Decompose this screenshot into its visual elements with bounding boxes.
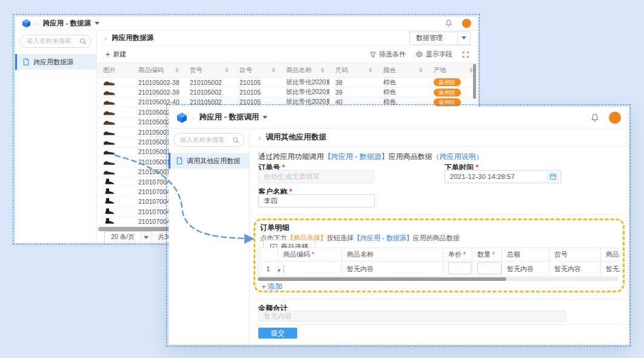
item-no-cell: 暂无内容	[549, 262, 601, 277]
section-divider	[258, 324, 622, 325]
source-titlebar: › 跨应用 - 数据源	[15, 16, 478, 30]
quantity-input[interactable]	[477, 262, 501, 274]
search-icon[interactable]	[79, 38, 87, 45]
app-switcher-caret-icon[interactable]	[95, 22, 99, 25]
intro-pre: 通过跨应用功能调用	[258, 152, 324, 161]
app-title[interactable]: 跨应用 - 数据源	[43, 19, 91, 28]
fullscreen-icon[interactable]	[462, 51, 469, 58]
sort-icon[interactable]	[369, 67, 372, 73]
sidebar-search-input[interactable]: 输入名称来搜索	[173, 133, 244, 147]
source-app-link[interactable]: 【跨应用 - 数据源】	[354, 234, 413, 241]
product-image	[103, 197, 115, 204]
user-avatar[interactable]	[462, 19, 471, 28]
row-index: 1	[258, 262, 278, 277]
product-image	[103, 108, 115, 115]
sort-icon[interactable]	[175, 67, 179, 73]
page-size-label: 20 条/页	[105, 233, 141, 241]
detail-horizontal-scrollbar[interactable]	[258, 277, 619, 281]
view-select-dropdown[interactable]: 数据管理	[409, 32, 471, 45]
sidebar-item-label: 跨应用数据源	[33, 58, 73, 67]
document-icon	[176, 157, 183, 164]
page-title: 调用其他应用数据	[266, 132, 326, 143]
call-titlebar: › 跨应用 - 数据调用	[169, 107, 629, 129]
scrollbar-thumb[interactable]	[258, 277, 506, 281]
call-app-window: › 跨应用 - 数据调用 输入名称来搜索 调用其他应用数据 调用其他应用数据	[169, 107, 629, 345]
column-header: 图片	[97, 63, 132, 78]
detail-column-header: 数量 *	[472, 248, 502, 262]
product-image	[103, 187, 115, 195]
detail-column-header: 商品名称	[342, 248, 443, 262]
sidebar-search-input[interactable]: 输入名称来搜索	[20, 35, 92, 48]
table-row[interactable]: 210105002-38210105002210105班比帝伦2020夏季真皮.…	[97, 78, 478, 87]
source-sidebar: 输入名称来搜索 跨应用数据源	[15, 30, 97, 243]
plus-icon	[106, 50, 110, 58]
sort-icon[interactable]	[321, 67, 324, 73]
bell-icon[interactable]	[590, 113, 600, 123]
back-icon[interactable]	[258, 133, 261, 141]
order-no-input[interactable]: 自动生成无需填写	[258, 170, 375, 183]
app-title[interactable]: 跨应用 - 数据调用	[200, 112, 260, 123]
search-icon[interactable]	[232, 137, 240, 144]
column-header[interactable]: 款号	[233, 63, 280, 78]
detail-column-header: 总额	[502, 248, 549, 262]
add-row-button[interactable]: 添加	[261, 282, 283, 292]
submit-button[interactable]: 提交	[258, 328, 297, 339]
detail-column-header: 商品图片	[601, 248, 620, 262]
back-icon[interactable]	[104, 34, 107, 42]
column-header[interactable]: 颜色	[377, 63, 428, 78]
product-image	[103, 217, 115, 225]
product-code-select[interactable]	[283, 265, 284, 273]
origin-badge: 泉州区	[434, 98, 461, 106]
cross-app-doc-link[interactable]: （跨应用说明）	[432, 152, 483, 161]
column-header[interactable]: 货号	[184, 63, 233, 78]
total-input[interactable]: 暂无内容	[258, 311, 566, 322]
section-divider	[258, 214, 622, 215]
order-time-input[interactable]: 2021-12-30 14:28:57	[444, 170, 561, 183]
new-record-button[interactable]: 新建	[106, 50, 127, 59]
vertical-scrollbar[interactable]	[473, 64, 476, 99]
detail-column-header: 单价 *	[443, 248, 472, 262]
detail-header-row: 商品编码 *商品名称单价 *数量 *总额货号商品图片	[258, 248, 620, 262]
column-header[interactable]: 商品名称	[280, 63, 329, 78]
order-no-placeholder: 自动生成无需填写	[264, 172, 320, 181]
table-row[interactable]: 210105002-40210105002210105班比帝伦2020夏季真皮.…	[97, 97, 478, 107]
call-page-header: 调用其他应用数据	[250, 129, 629, 146]
bell-icon[interactable]	[444, 19, 453, 27]
sort-icon[interactable]	[272, 67, 275, 73]
product-image	[103, 98, 115, 105]
sort-icon[interactable]	[225, 67, 229, 73]
app-switcher-caret-icon[interactable]	[263, 116, 267, 119]
customer-name-value: 李四	[264, 197, 278, 206]
unit-price-input[interactable]	[448, 262, 471, 274]
total-placeholder: 暂无内容	[264, 312, 292, 321]
sidebar-item-data-source[interactable]: 跨应用数据源	[15, 54, 96, 70]
user-avatar[interactable]	[609, 112, 621, 124]
origin-badge: 泉州区	[434, 78, 461, 86]
view-select-label: 数据管理	[410, 32, 457, 44]
calendar-icon[interactable]	[547, 172, 559, 181]
page-size-select[interactable]: 20 条/页	[104, 231, 152, 243]
product-name-cell: 暂无内容	[342, 262, 443, 277]
product-image	[103, 118, 115, 125]
order-detail-title: 订单明细	[260, 223, 289, 233]
funnel-icon	[369, 51, 377, 58]
call-sidebar: 输入名称来搜索 调用其他应用数据	[169, 129, 250, 345]
column-header[interactable]: 商品编码	[132, 63, 184, 78]
section-divider	[258, 299, 622, 300]
source-page-header: 跨应用数据源 数据管理	[97, 30, 478, 46]
source-app-link[interactable]: 【跨应用 - 数据源】	[324, 152, 389, 161]
filter-label: 筛选条件	[379, 50, 406, 59]
sidebar-item-call-data[interactable]: 调用其他应用数据	[169, 153, 249, 169]
sort-icon[interactable]	[419, 67, 423, 73]
breadcrumb-chevron: ›	[192, 114, 195, 121]
search-placeholder: 输入名称来搜索	[180, 136, 225, 144]
customer-name-input[interactable]: 李四	[258, 194, 375, 208]
order-detail-table: 商品编码 *商品名称单价 *数量 *总额货号商品图片 1 暂无内容 暂无内容 暂…	[258, 248, 620, 277]
chevron-down-icon[interactable]	[457, 32, 470, 44]
column-header[interactable]: 尺码	[329, 63, 377, 78]
table-row[interactable]: 210105002-39210105002210105班比帝伦2020夏季真皮.…	[97, 87, 478, 97]
show-fields-button[interactable]: 显示字段	[415, 50, 452, 59]
filter-button[interactable]: 筛选条件	[369, 50, 406, 59]
column-header[interactable]: 产地	[428, 63, 478, 78]
chevron-down-icon[interactable]	[141, 232, 152, 243]
